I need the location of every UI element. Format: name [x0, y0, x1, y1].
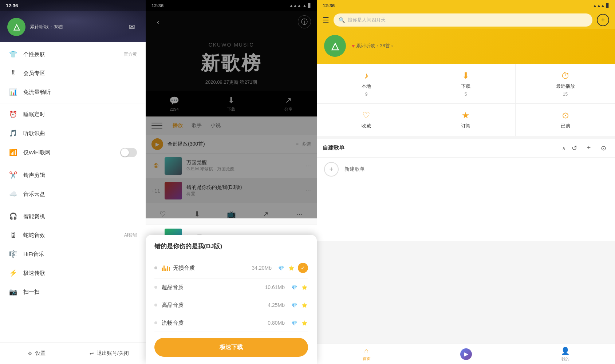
nav-playing[interactable]: ▶	[416, 344, 516, 364]
logout-label: 退出账号/关闭	[97, 350, 129, 357]
wave-bar-3	[165, 268, 166, 271]
quality-item-high[interactable]: 高品音质 4.25Mb 💎 ⭐	[154, 296, 308, 314]
stat-download[interactable]: ⬇ 下载 5	[416, 64, 516, 103]
menu-item-scan[interactable]: 📷 扫一扫	[0, 282, 146, 301]
song-count-left: 累计听歌：38首	[30, 24, 121, 30]
menu-item-wifi[interactable]: 📶 仅WiFi联网	[0, 143, 146, 162]
now-playing-avatar: ▶	[460, 348, 472, 360]
panel-right: 12:36 ▲▲▲ ▊ ☰ 🔍 搜你是人间四月天 + △ ♥ 累计听歌：38首 …	[317, 0, 615, 364]
header-content: △ 累计听歌：38首 ✉	[0, 12, 146, 42]
logout-btn[interactable]: ↩ 退出账号/关闭	[73, 343, 146, 364]
stat-local[interactable]: ♪ 本地 9	[317, 64, 416, 103]
stats-grid-1: ♪ 本地 9 ⬇ 下载 5 ⏱ 最近播放 15	[317, 64, 615, 104]
menu-item-skin[interactable]: 👕 个性换肤 官方黄	[0, 45, 146, 64]
snake-icon: 🎛	[9, 231, 17, 240]
settings-label: 设置	[35, 350, 46, 357]
menu-list: 👕 个性换肤 官方黄 🎖 会员专区 📊 免流量畅听 ⏰ 睡眠定时 🎵 听歌识曲 …	[0, 42, 146, 342]
quality-size-super: 10.61Mb	[265, 284, 285, 290]
quality-size-lossless: 34.20Mb	[252, 265, 272, 271]
menu-label-vip: 会员专区	[23, 70, 137, 77]
quality-radio-super	[154, 286, 157, 289]
sub-label: 订阅	[461, 123, 470, 129]
download-label-stat: 下载	[461, 83, 470, 90]
chevron-icon-profile: ›	[391, 43, 393, 48]
menu-item-snake[interactable]: 🎛 蛇蛇音效 AI智能	[0, 226, 146, 245]
menu-item-ringtone[interactable]: ✂️ 铃声剪辑	[0, 166, 146, 185]
vip-badge-smooth: 💎	[291, 319, 298, 327]
hifi-icon: 🎼	[9, 250, 17, 258]
battery-icon-right: ▊	[606, 3, 609, 8]
quality-item-super[interactable]: 超品音质 10.61Mb 💎 ⭐	[154, 278, 308, 296]
menu-item-vip[interactable]: 🎖 会员专区	[0, 64, 146, 83]
status-bar-left: 12:36	[0, 0, 146, 11]
identify-icon: 🎵	[9, 129, 17, 138]
menu-item-fast[interactable]: ⚡ 极速传歌	[0, 264, 146, 282]
settings-btn[interactable]: ⚙ 设置	[0, 343, 73, 364]
profile-label: 我的	[561, 356, 569, 362]
stats-grid-2: ♡ 收藏 ★ 订阅 ⊙ 已购	[317, 104, 615, 136]
recent-icon: ⏱	[561, 71, 570, 81]
right-logo: △	[324, 35, 346, 57]
home-icon: ⌂	[364, 347, 368, 355]
vip-badge-high: 💎	[291, 301, 298, 309]
stat-fav[interactable]: ♡ 收藏	[317, 104, 416, 136]
playlist-section: 自建歌单 ∧ ↺ + ⊙ + 新建歌单	[317, 139, 615, 241]
star-badge-high: ⭐	[301, 301, 308, 309]
popup-overlay[interactable]	[146, 0, 317, 218]
menu-item-cloud[interactable]: ☁️ 音乐云盘	[0, 185, 146, 203]
menu-label-snake: 蛇蛇音效	[23, 232, 118, 239]
star-badge-lossless: ⭐	[288, 264, 295, 272]
menu-badge-snake: AI智能	[124, 232, 137, 238]
fav-label: 收藏	[362, 123, 371, 129]
fast-download-btn[interactable]: 极速下载	[154, 338, 308, 357]
local-icon: ♪	[364, 71, 368, 81]
menu-item-sleep[interactable]: ⏰ 睡眠定时	[0, 105, 146, 124]
menu-label-ringtone: 铃声剪辑	[23, 172, 137, 179]
recent-count: 15	[563, 92, 568, 97]
panel-middle: 12:36 ▲▲▲ ▲ ▊ CKUWO MUSIC 新歌榜 2020.09.27…	[146, 0, 317, 364]
stat-bought[interactable]: ⊙ 已购	[516, 104, 615, 136]
menu-item-free[interactable]: 📊 免流量畅听	[0, 83, 146, 102]
menu-label-smart: 智能煲机	[23, 213, 137, 220]
stat-sub[interactable]: ★ 订阅	[416, 104, 516, 136]
right-song-count: ♥ 累计听歌：38首 ›	[352, 43, 608, 49]
mail-icon[interactable]: ✉	[125, 20, 138, 33]
quality-item-lossless[interactable]: 无损音质 34.20Mb 💎 ⭐ ✓	[154, 258, 308, 278]
quality-item-smooth[interactable]: 流畅音质 0.80Mb 💎 ⭐	[154, 314, 308, 332]
vip-badge-lossless: 💎	[277, 264, 285, 272]
nav-profile[interactable]: 👤 我的	[516, 344, 615, 364]
time-right: 12:36	[323, 3, 335, 8]
home-label: 首页	[363, 356, 371, 361]
chevron-up-icon: ∧	[562, 146, 565, 151]
nav-home[interactable]: ⌂ 首页	[317, 344, 416, 364]
search-icon-right: 🔍	[339, 17, 345, 23]
logout-icon: ↩	[90, 351, 94, 356]
bottom-nav-right: ⌂ 首页 ▶ 👤 我的	[317, 344, 615, 364]
stat-recent[interactable]: ⏱ 最近播放 15	[516, 64, 615, 103]
menu-icon-right[interactable]: ☰	[323, 16, 329, 24]
playlist-refresh-icon[interactable]: ↺	[568, 142, 580, 154]
wifi-toggle[interactable]	[120, 148, 137, 157]
signal-icon-right: ▲▲▲	[593, 3, 605, 8]
new-playlist-btn[interactable]: + 新建歌单	[317, 158, 615, 181]
right-header: ☰ 🔍 搜你是人间四月天 +	[317, 11, 615, 29]
smart-icon: 🎧	[9, 212, 17, 221]
logo-left: △	[7, 18, 25, 36]
playlist-add-icon[interactable]: +	[583, 142, 595, 154]
sub-icon: ★	[462, 110, 470, 120]
add-icon-right[interactable]: +	[597, 14, 609, 26]
panel-left-footer: ⚙ 设置 ↩ 退出账号/关闭	[0, 342, 146, 364]
wave-bar-4	[167, 266, 168, 271]
search-placeholder-right: 搜你是人间四月天	[348, 17, 587, 23]
local-count: 9	[365, 92, 368, 97]
menu-item-hifi[interactable]: 🎼 HiFi音乐	[0, 245, 146, 264]
quality-name-high: 高品音质	[162, 302, 265, 309]
download-count: 5	[465, 92, 467, 97]
menu-item-identify[interactable]: 🎵 听歌识曲	[0, 124, 146, 143]
bought-icon: ⊙	[562, 110, 569, 120]
playlist-more-icon[interactable]: ⊙	[598, 142, 609, 154]
search-bar-right[interactable]: 🔍 搜你是人间四月天	[334, 13, 592, 27]
download-icon-stat: ⬇	[462, 71, 469, 81]
menu-item-smart[interactable]: 🎧 智能煲机	[0, 207, 146, 226]
status-icons-right: ▲▲▲ ▊	[593, 3, 609, 8]
